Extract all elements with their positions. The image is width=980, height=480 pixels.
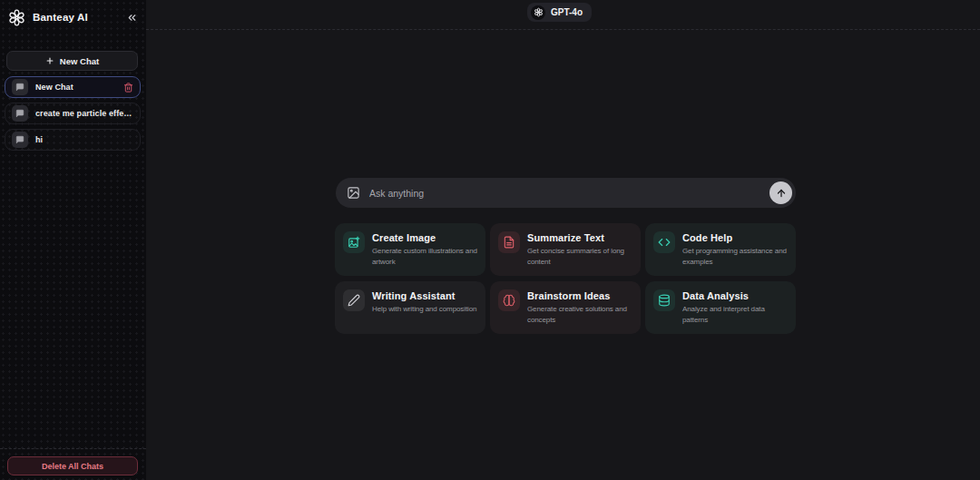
header-divider [146, 29, 980, 30]
card-create-image[interactable]: Create Image Generate custom illustratio… [335, 223, 485, 276]
sidebar-header: Banteay AI [7, 5, 140, 29]
file-text-icon [498, 231, 520, 253]
chat-item-label: hi [35, 135, 133, 144]
card-text: Data Analysis Analyze and interpret data… [682, 289, 790, 326]
card-text: Code Help Get programming assistance and… [682, 231, 790, 268]
arrow-up-icon [776, 188, 787, 199]
card-text: Create Image Generate custom illustratio… [372, 231, 480, 268]
card-title: Data Analysis [682, 290, 790, 301]
code-icon [653, 231, 675, 253]
chat-bubble-icon [12, 105, 28, 122]
app-window: Banteay AI New Chat [0, 0, 980, 480]
chat-item[interactable]: hi [5, 129, 141, 151]
trash-icon [123, 83, 133, 93]
suggestion-cards: Create Image Generate custom illustratio… [335, 223, 796, 334]
image-plus-icon [343, 231, 365, 253]
chat-item-label: create me particle effect usin... [35, 109, 133, 118]
chat-bubble-icon [12, 79, 28, 95]
send-button[interactable] [769, 181, 792, 204]
chat-item-label: New Chat [35, 83, 116, 92]
card-text: Writing Assistant Help with writing and … [372, 289, 476, 315]
chevrons-left-icon [126, 12, 138, 24]
new-chat-button[interactable]: New Chat [6, 51, 138, 71]
image-upload-button[interactable] [347, 186, 360, 200]
chat-bubble-icon [12, 132, 28, 148]
sidebar-collapse-button[interactable] [124, 10, 140, 25]
chat-input[interactable] [368, 187, 762, 200]
gpt-logo-icon [531, 5, 545, 20]
card-writing-assistant[interactable]: Writing Assistant Help with writing and … [335, 281, 485, 334]
image-upload-icon [347, 186, 360, 200]
chat-item[interactable]: New Chat [5, 76, 141, 98]
chat-list: New Chat crea [5, 76, 141, 151]
card-description: Get programming assistance and examples [682, 246, 790, 268]
delete-chat-button[interactable] [123, 83, 133, 93]
database-icon [653, 289, 675, 311]
card-code-help[interactable]: Code Help Get programming assistance and… [645, 223, 796, 276]
card-description: Generate custom illustrations and artwor… [372, 246, 480, 268]
delete-all-chats-button[interactable]: Delete All Chats [7, 456, 138, 475]
card-text: Summarize Text Get concise summaries of … [527, 231, 635, 268]
chat-item[interactable]: create me particle effect usin... [5, 103, 141, 124]
model-selector-button[interactable]: GPT-4o [527, 3, 592, 22]
sidebar-divider [0, 448, 146, 449]
card-title: Brainstorm Ideas [527, 290, 635, 301]
banteay-logo-icon [7, 8, 26, 27]
card-description: Generate creative solutions and concepts [527, 304, 635, 326]
composer-bar [336, 178, 796, 208]
card-text: Brainstorm Ideas Generate creative solut… [527, 289, 635, 326]
model-name: GPT-4o [551, 7, 583, 17]
card-title: Code Help [682, 232, 790, 243]
card-title: Summarize Text [527, 232, 635, 243]
card-data-analysis[interactable]: Data Analysis Analyze and interpret data… [645, 281, 796, 334]
plus-icon [45, 56, 54, 65]
card-brainstorm-ideas[interactable]: Brainstorm Ideas Generate creative solut… [490, 281, 641, 334]
brain-icon [498, 289, 520, 311]
card-title: Writing Assistant [372, 290, 476, 301]
new-chat-button-label: New Chat [60, 56, 99, 66]
pencil-icon [343, 289, 365, 311]
card-title: Create Image [372, 232, 480, 243]
app-title: Banteay AI [33, 12, 88, 23]
sidebar: Banteay AI New Chat [0, 0, 146, 480]
card-summarize-text[interactable]: Summarize Text Get concise summaries of … [490, 223, 641, 276]
card-description: Get concise summaries of long content [527, 246, 635, 268]
card-description: Analyze and interpret data patterns [682, 304, 790, 326]
card-description: Help with writing and composition [372, 304, 476, 315]
main-area: GPT-4o [146, 0, 980, 480]
